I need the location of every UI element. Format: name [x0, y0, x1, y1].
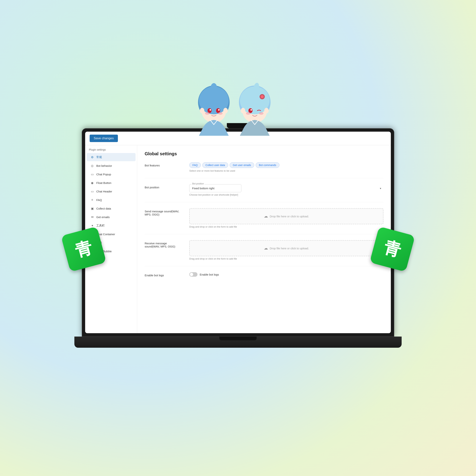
bot-position-label: Bot position: [145, 184, 182, 189]
upload-text: Drop file here or click to upload.: [270, 215, 309, 218]
anime-char-2: [232, 76, 285, 139]
upload-text-2: Drop file here or click to upload.: [270, 247, 309, 250]
svg-point-19: [264, 108, 269, 113]
tag-bot-commands[interactable]: Bot commands: [256, 162, 279, 168]
laptop-hinge: [220, 337, 256, 340]
sidebar-section-title: Plugin settings: [85, 145, 137, 153]
sidebar-item-label: FAQ: [96, 198, 102, 202]
laptop-wrapper: 青 青 Save changes Plugin settings ⚙ 常规: [80, 128, 396, 348]
svg-point-9: [218, 109, 220, 111]
content-area: Global settings Bot features FAQ Collect…: [137, 145, 391, 333]
float-icon: ◉: [90, 181, 94, 185]
main-layout: Plugin settings ⚙ 常规 ◎ Bot behavior ▭ Ch…: [85, 145, 391, 333]
anime-characters: [182, 69, 294, 139]
cloud-upload-icon-2: ☁: [264, 246, 268, 251]
page-title: Global settings: [145, 151, 383, 156]
receive-sound-label: Receive message sound(WAV, MP3, OGG): [145, 240, 182, 248]
receive-sound-upload[interactable]: ☁ Drop file here or click to upload.: [189, 240, 383, 256]
svg-point-17: [261, 95, 264, 98]
bot-icon: ◎: [90, 164, 94, 168]
chat-popup-icon: ▭: [90, 172, 94, 176]
tag-get-user-emails[interactable]: Get user emails: [230, 162, 254, 168]
tag-collect-user-data[interactable]: Collect user data: [202, 162, 228, 168]
bot-position-select[interactable]: Fixed bottom right Fixed bottom left Fix…: [189, 184, 241, 192]
tools-icon: ✦: [90, 224, 94, 227]
laptop-screen: Save changes Plugin settings ⚙ 常规 ◎ Bot …: [82, 128, 394, 337]
screen-inner: Save changes Plugin settings ⚙ 常规 ◎ Bot …: [85, 132, 391, 333]
laptop-base: [74, 337, 402, 348]
svg-point-21: [251, 109, 252, 111]
sidebar-item-label: Bot behavior: [96, 164, 112, 167]
gear-icon: ⚙: [90, 155, 94, 159]
save-changes-button[interactable]: Save changes: [90, 135, 118, 142]
email-icon: ✉: [90, 215, 94, 219]
svg-point-4: [200, 108, 204, 113]
sidebar-item-chat-header[interactable]: ▭ Chat Header: [87, 187, 136, 195]
bot-features-label: Bot features: [145, 162, 182, 167]
select-float-label: Bot position: [191, 182, 205, 185]
bot-logs-row: Enable bot logs Enable bot logs: [145, 272, 383, 277]
svg-point-10: [205, 112, 210, 115]
select-wrapper: Bot position Fixed bottom right Fixed bo…: [189, 184, 383, 192]
svg-point-3: [210, 83, 217, 94]
chat-header-icon: ▭: [90, 189, 94, 193]
receive-sound-hint: Drag and drop or click on the form to ad…: [189, 257, 383, 260]
toggle-row: Enable bot logs: [189, 272, 383, 277]
svg-point-18: [241, 108, 245, 113]
sidebar-item-label: Chat Popup: [96, 173, 111, 176]
send-sound-upload[interactable]: ☁ Drop file here or click to upload.: [189, 208, 383, 224]
bot-features-row: Bot features FAQ Collect user data Get u…: [145, 162, 383, 178]
sidebar-item-float-button[interactable]: ◉ Float Button: [87, 179, 136, 187]
chevron-down-icon: ▾: [380, 187, 381, 190]
bot-position-hint: Choose bot position or use shortcode [he…: [189, 193, 383, 196]
bot-features-hint: Select one or more bot features to be us…: [189, 170, 383, 172]
svg-point-11: [218, 112, 222, 115]
sidebar-item-collect-data[interactable]: ▣ Collect data: [87, 204, 136, 213]
bot-logs-toggle[interactable]: [189, 272, 197, 277]
sidebar-item-get-emails[interactable]: ✉ Get emails: [87, 213, 136, 221]
sidebar-item-label: 常规: [96, 155, 102, 159]
sidebar-item-label: Chat Header: [96, 190, 112, 193]
sidebar-item-label: Collect data: [96, 207, 111, 210]
bot-logs-control: Enable bot logs: [189, 272, 383, 277]
svg-point-5: [223, 108, 228, 113]
sidebar-item-chat-popup[interactable]: ▭ Chat Popup: [87, 170, 136, 178]
bot-position-control: Bot position Fixed bottom right Fixed bo…: [189, 184, 383, 196]
svg-point-23: [259, 112, 263, 115]
send-sound-hint: Drag and drop or click on the form to ad…: [189, 225, 383, 228]
receive-sound-row: Receive message sound(WAV, MP3, OGG) ☁ D…: [145, 240, 383, 266]
app-container: Save changes Plugin settings ⚙ 常规 ◎ Bot …: [85, 132, 391, 333]
collect-data-icon: ▣: [90, 206, 94, 210]
bot-logs-label: Enable bot logs: [145, 272, 182, 277]
send-sound-row: Send message sound(WAV, MP3, OGG) ☁ Drop…: [145, 208, 383, 234]
sidebar-item-label: Float Button: [96, 181, 111, 185]
receive-sound-control: ☁ Drop file here or click to upload. Dra…: [189, 240, 383, 260]
send-sound-label: Send message sound(WAV, MP3, OGG): [145, 208, 182, 216]
sidebar-item-general[interactable]: ⚙ 常规: [87, 153, 136, 161]
sidebar-item-bot-behavior[interactable]: ◎ Bot behavior: [87, 162, 136, 170]
sidebar-item-faq[interactable]: ≡ FAQ: [87, 196, 136, 204]
tag-faq[interactable]: FAQ: [189, 162, 201, 168]
sidebar-item-label: 工具栏: [96, 224, 105, 227]
toggle-label: Enable bot logs: [200, 273, 219, 276]
send-sound-control: ☁ Drop file here or click to upload. Dra…: [189, 208, 383, 228]
feature-tags: FAQ Collect user data Get user emails Bo…: [189, 162, 383, 168]
cloud-upload-icon: ☁: [264, 214, 268, 219]
sidebar-item-label: Get emails: [96, 216, 110, 219]
svg-point-8: [210, 109, 211, 111]
bot-position-row: Bot position Bot position Fixed bottom r…: [145, 184, 383, 202]
svg-point-22: [246, 112, 251, 115]
faq-icon: ≡: [90, 198, 94, 202]
bot-features-control: FAQ Collect user data Get user emails Bo…: [189, 162, 383, 172]
